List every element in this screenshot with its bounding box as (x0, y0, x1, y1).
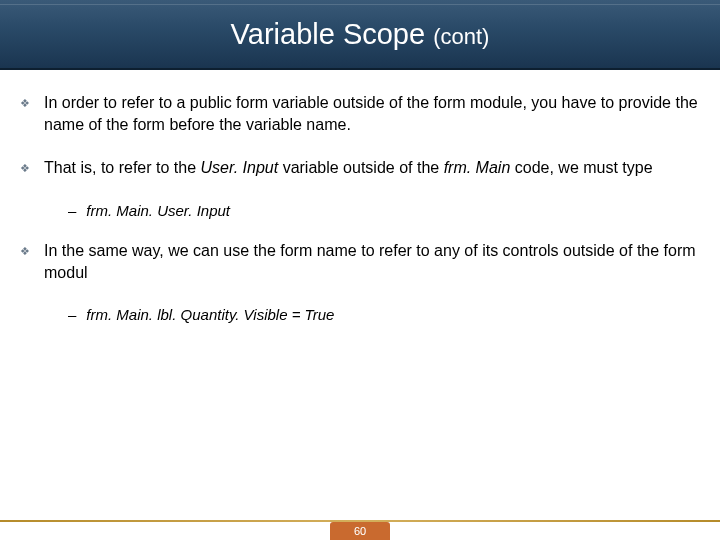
diamond-icon: ❖ (20, 163, 30, 173)
title-main: Variable Scope (231, 18, 434, 50)
sub-bullet: – frm. Main. lbl. Quantity. Visible = Tr… (68, 305, 700, 325)
bullet-block: ❖ That is, to refer to the User. Input v… (20, 157, 700, 220)
page-number-badge: 60 (330, 522, 390, 540)
bullet-item: ❖ In the same way, we can use the form n… (20, 240, 700, 283)
bullet-item: ❖ That is, to refer to the User. Input v… (20, 157, 700, 179)
sub-text: frm. Main. lbl. Quantity. Visible = True (86, 305, 334, 325)
slide-title: Variable Scope (cont) (0, 0, 720, 51)
sub-bullet: – frm. Main. User. Input (68, 201, 700, 221)
page-number: 60 (354, 525, 366, 537)
bullet-item: ❖ In order to refer to a public form var… (20, 92, 700, 135)
title-cont: (cont) (433, 24, 489, 49)
dash-icon: – (68, 201, 76, 221)
bullet-text: That is, to refer to the User. Input var… (44, 157, 653, 179)
diamond-icon: ❖ (20, 246, 30, 256)
bullet-block: ❖ In the same way, we can use the form n… (20, 240, 700, 325)
bullet-text: In the same way, we can use the form nam… (44, 240, 700, 283)
text-italic: frm. Main (444, 159, 511, 176)
sub-text: frm. Main. User. Input (86, 201, 230, 221)
dash-icon: – (68, 305, 76, 325)
slide-content: ❖ In order to refer to a public form var… (0, 70, 720, 325)
text-prefix: That is, to refer to the (44, 159, 201, 176)
slide-header: Variable Scope (cont) (0, 0, 720, 70)
bullet-block: ❖ In order to refer to a public form var… (20, 92, 700, 135)
text-suffix: code, we must type (510, 159, 652, 176)
text-italic: User. Input (201, 159, 279, 176)
diamond-icon: ❖ (20, 98, 30, 108)
bullet-text: In order to refer to a public form varia… (44, 92, 700, 135)
slide-footer: 60 (0, 520, 720, 540)
text-mid: variable outside of the (278, 159, 443, 176)
